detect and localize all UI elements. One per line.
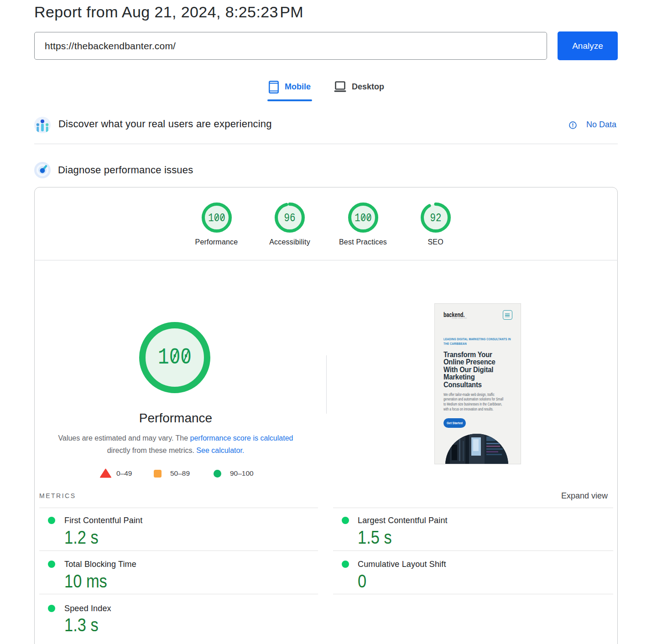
- svg-text:92: 92: [430, 211, 441, 225]
- svg-text:96: 96: [284, 211, 296, 225]
